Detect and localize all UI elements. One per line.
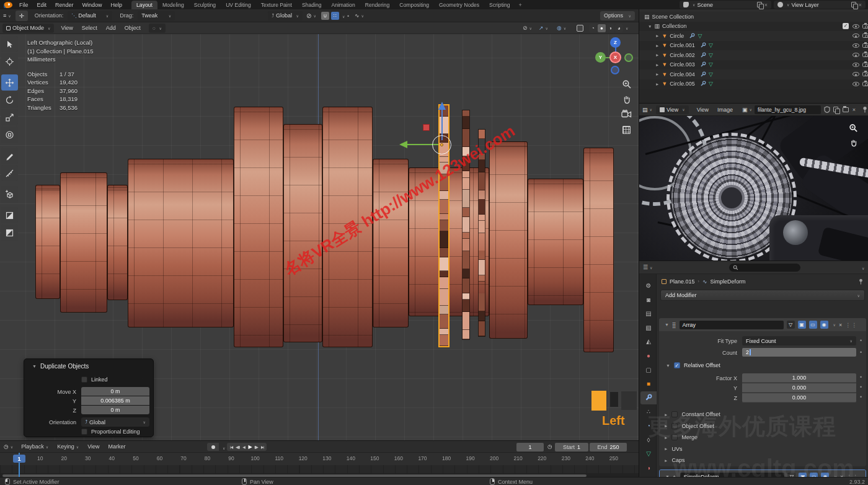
nav-gizmo-z-ball[interactable]: Z	[610, 37, 621, 48]
add-cube-tool[interactable]	[1, 186, 18, 202]
properties-search[interactable]	[729, 264, 800, 272]
hide-viewport-eye-icon[interactable]	[852, 72, 859, 76]
options-button[interactable]: Options∨	[600, 11, 635, 20]
fake-user-shield-icon[interactable]	[824, 106, 830, 113]
count-field-editing[interactable]: 2	[742, 348, 856, 357]
move-tool[interactable]	[1, 74, 18, 91]
viewport-3d[interactable]: Z Y X Left Orthographic (Local) (1) Coll…	[0, 34, 639, 440]
menu-image[interactable]: Image	[713, 107, 737, 113]
expand-icon[interactable]: ►	[655, 33, 659, 38]
hide-viewport-eye-icon[interactable]	[852, 82, 859, 86]
current-frame-field[interactable]: 1	[516, 443, 544, 452]
new-scene-icon[interactable]	[757, 2, 763, 8]
add-modifier-button[interactable]: Add Modifier∨	[660, 290, 865, 301]
pan-hand-icon[interactable]	[622, 94, 632, 104]
frame-end-field[interactable]: End250	[590, 443, 627, 452]
move-z-field[interactable]: 0 m	[81, 406, 149, 414]
properties-tab-output[interactable]: ▤	[640, 307, 657, 320]
disable-render-camera-icon[interactable]	[862, 63, 868, 67]
outliner-row-circle[interactable]: ►▼Circle▽	[639, 31, 868, 41]
menu-keying[interactable]: Keying∨	[53, 443, 83, 450]
properties-tab-object[interactable]: ■	[640, 377, 657, 390]
snap-target-icon[interactable]: ⊘∨	[523, 25, 532, 31]
active-tool-icon[interactable]: ✛	[16, 11, 28, 21]
properties-tab-world[interactable]: ●	[640, 349, 657, 362]
cursor-tool[interactable]	[1, 53, 18, 69]
scale-tool[interactable]	[1, 109, 18, 125]
expand-icon[interactable]: ►	[655, 82, 659, 86]
shading-wireframe-icon[interactable]: ◔	[589, 24, 597, 32]
workspace-tab-geometry-nodes[interactable]: Geometry Nodes	[434, 1, 484, 9]
camera-view-icon[interactable]	[621, 110, 632, 118]
array-panel-header[interactable]: ▼ ⣿ Array ▽ ▣ ▭ ◉ ∨ × ⋮⋮	[659, 318, 866, 331]
menu-render[interactable]: Render	[51, 2, 78, 8]
drag-handle-icon[interactable]: ⋮⋮	[845, 322, 857, 328]
overlays-toggle-icon[interactable]: ◍∨	[557, 25, 566, 31]
view-layer-selector[interactable]: ∨ View Layer ×	[774, 1, 866, 9]
snap-magnet-icon[interactable]: ∪	[321, 12, 329, 20]
shading-material-icon[interactable]: ◑	[606, 24, 614, 32]
disable-render-camera-icon[interactable]	[862, 24, 868, 29]
falloff-curve-icon[interactable]: ∿∨	[355, 12, 364, 19]
factor-field-x[interactable]: 1.000	[742, 373, 856, 383]
display-in-editmode-icon[interactable]: ▣	[798, 321, 806, 329]
properties-tab-collection[interactable]: ▢	[640, 363, 657, 376]
hide-viewport-eye-icon[interactable]	[852, 33, 859, 38]
mode-dropdown[interactable]: Object Mode∨	[2, 24, 54, 33]
item-label[interactable]: Circle.001	[670, 42, 695, 48]
collapse-icon[interactable]: ▼	[648, 24, 652, 29]
annotate-tool[interactable]	[1, 148, 18, 164]
show-in-editmode-off-icon[interactable]: ▽	[787, 321, 795, 329]
gizmo-plane-handle[interactable]	[423, 124, 430, 131]
item-label[interactable]: Circle.002	[670, 52, 695, 58]
open-image-icon[interactable]	[843, 107, 849, 112]
outliner-row-circle.004[interactable]: ►▼Circle.004▽	[639, 69, 868, 79]
nav-gizmo-x-ball[interactable]: X	[609, 51, 621, 63]
frame-start-field[interactable]: Start1	[555, 443, 588, 452]
move-x-field[interactable]: 0 m	[81, 387, 149, 396]
hide-viewport-eye-icon[interactable]	[852, 63, 859, 67]
expand-icon[interactable]: ►	[655, 63, 659, 67]
measure-tool[interactable]	[1, 165, 18, 181]
properties-tab-scene[interactable]: ◭	[640, 335, 657, 348]
expand-icon[interactable]: ►	[664, 458, 668, 463]
use-preview-range-icon[interactable]: ◷	[547, 443, 552, 450]
expand-icon[interactable]: ►	[664, 447, 668, 451]
disable-render-camera-icon[interactable]	[862, 33, 868, 38]
properties-tab-render[interactable]: ◙	[640, 293, 657, 306]
drag-dropdown[interactable]: Tweak∨	[138, 11, 175, 20]
timeline-track-band[interactable]	[0, 465, 639, 473]
outliner-row-circle.005[interactable]: ►▼Circle.005▽	[639, 79, 868, 89]
reference-image-bike-cassette[interactable]	[639, 116, 868, 260]
editor-type-icon[interactable]: ≡∨	[3, 12, 11, 19]
properties-tab-view-layer[interactable]: ▧	[640, 321, 657, 334]
transform-orientation-dropdown[interactable]: ⤴Global∨	[268, 11, 303, 20]
menu-image-view[interactable]: View	[693, 107, 713, 113]
viewport-menu-add[interactable]: Add	[102, 25, 120, 31]
breadcrumb-modifier[interactable]: SimpleDeform	[710, 278, 745, 285]
image-pan-hand-icon[interactable]	[849, 138, 858, 147]
playhead-badge[interactable]: 1	[13, 455, 25, 463]
breadcrumb-object[interactable]: Plane.015	[670, 278, 695, 285]
outliner-row-circle.002[interactable]: ►▼Circle.002▽	[639, 50, 868, 60]
display-render-icon[interactable]: ◉	[820, 321, 828, 329]
disable-render-camera-icon[interactable]	[862, 72, 868, 76]
expand-icon[interactable]: ►	[655, 43, 659, 48]
blender-logo-icon[interactable]	[4, 2, 12, 8]
outliner-row-scene-collection[interactable]: ▤Scene Collection	[639, 12, 868, 22]
array-name-field[interactable]: Array	[680, 321, 784, 329]
play-button[interactable]: ▶	[247, 443, 253, 451]
expand-icon[interactable]: ►	[655, 53, 659, 57]
workspace-tab-sculpting[interactable]: Sculpting	[189, 1, 221, 9]
section-uvs[interactable]: ►UVs	[664, 446, 682, 452]
rotate-tool[interactable]	[1, 92, 18, 108]
image-zoom-icon[interactable]	[849, 123, 858, 133]
workspace-tab-modeling[interactable]: Modeling	[157, 1, 189, 9]
shading-rendered-icon[interactable]: ◕	[615, 24, 623, 32]
linked-checkbox[interactable]	[81, 376, 87, 383]
move-y-field[interactable]: 0.006385 m	[81, 396, 149, 405]
play-reverse-button[interactable]: ◀	[241, 443, 247, 451]
browse-image-icon[interactable]: ▣∨	[742, 107, 752, 113]
menu-window[interactable]: Window	[78, 2, 107, 8]
close-view-layer-icon[interactable]: ×	[859, 2, 862, 8]
